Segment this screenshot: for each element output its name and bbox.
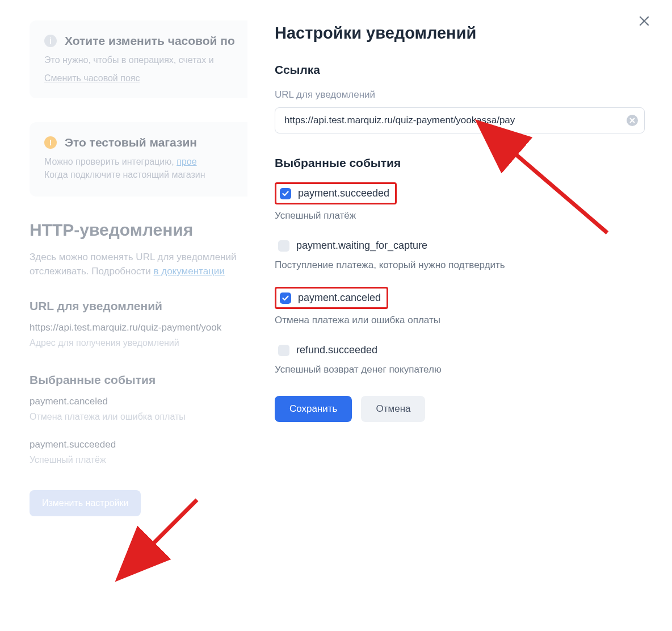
event-label: payment.canceled bbox=[298, 292, 381, 304]
check-icon bbox=[282, 191, 289, 197]
event-label: payment.waiting_for_capture bbox=[296, 240, 427, 252]
event-label: payment.succeeded bbox=[298, 187, 389, 199]
clear-input-button[interactable] bbox=[627, 115, 638, 126]
event-checkbox-payment-succeeded[interactable] bbox=[280, 188, 291, 199]
url-input-wrap bbox=[275, 107, 645, 133]
panel-title: Настройки уведомлений bbox=[275, 24, 645, 43]
notification-settings-panel: Настройки уведомлений Ссылка URL для уве… bbox=[247, 0, 672, 631]
event-block: refund.succeeded Успешный возврат денег … bbox=[275, 342, 645, 375]
event-checkbox-waiting-for-capture[interactable] bbox=[278, 240, 289, 252]
cancel-button[interactable]: Отмена bbox=[361, 396, 425, 422]
panel-actions: Сохранить Отмена bbox=[275, 396, 645, 422]
event-checkbox-refund-succeeded[interactable] bbox=[278, 345, 289, 356]
annotation-highlight: payment.canceled bbox=[275, 287, 388, 309]
link-section-heading: Ссылка bbox=[275, 63, 645, 77]
event-desc: Отмена платежа или ошибка оплаты bbox=[275, 315, 645, 326]
save-button[interactable]: Сохранить bbox=[275, 396, 352, 422]
url-input[interactable] bbox=[275, 107, 645, 133]
event-desc: Успешный возврат денег покупателю bbox=[275, 364, 645, 375]
event-label: refund.succeeded bbox=[296, 344, 377, 356]
annotation-highlight: payment.succeeded bbox=[275, 182, 397, 204]
event-block: payment.waiting_for_capture Поступление … bbox=[275, 237, 645, 271]
close-button[interactable] bbox=[637, 14, 652, 28]
event-block: payment.succeeded Успешный платёж bbox=[275, 182, 645, 222]
event-checkbox-payment-canceled[interactable] bbox=[280, 292, 291, 304]
clear-icon bbox=[629, 118, 635, 123]
close-icon bbox=[639, 15, 650, 27]
event-desc: Поступление платежа, который нужно подтв… bbox=[275, 260, 645, 271]
event-desc: Успешный платёж bbox=[275, 210, 645, 222]
event-block: payment.canceled Отмена платежа или ошиб… bbox=[275, 287, 645, 326]
check-icon bbox=[282, 295, 289, 301]
events-section-heading: Выбранные события bbox=[275, 156, 645, 170]
url-input-label: URL для уведомлений bbox=[275, 89, 645, 101]
